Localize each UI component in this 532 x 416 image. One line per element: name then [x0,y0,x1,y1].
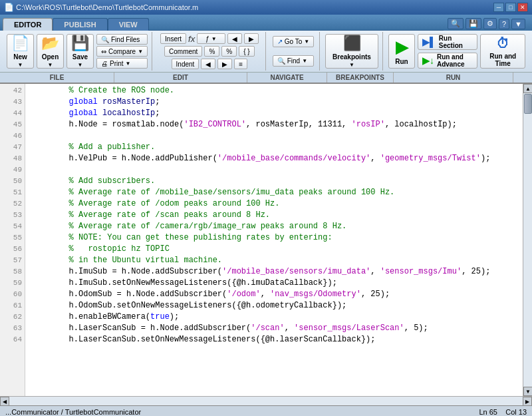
code-container: 42 43 44 45 46 47 48 49 50 51 52 53 54 5… [0,84,532,396]
open-button[interactable]: 📂 Open ▼ [37,34,64,69]
save-button[interactable]: 💾 Save ▼ [66,34,94,69]
section-label-edit: EDIT [114,73,247,83]
line-numbers: 42 43 44 45 46 47 48 49 50 51 52 53 54 5… [0,84,25,396]
function-arrow: ▼ [211,36,217,42]
scroll-thumb-vertical[interactable] [524,94,532,114]
toolbar-icon-settings[interactable]: ⚙ [483,18,497,29]
open-dropdown-arrow: ▼ [48,62,53,68]
back-button[interactable]: ◀ [227,33,242,44]
code-line-61: h.OdomSub.setOnNewMessageListeners({@h.o… [31,300,517,312]
line-num-62: 62 [3,312,22,323]
section-label-breakpoints: BREAKPOINTS [327,73,394,83]
run-advance-button[interactable]: ▶↓ Run and Advance [418,53,477,69]
run-button[interactable]: ▶ Run [388,34,415,69]
indent-label: Indent [176,61,195,68]
scroll-track-vertical[interactable] [523,93,532,387]
toolbar-area: 📄 New ▼ 📂 Open ▼ 💾 Save ▼ 🔍 Find Files [0,31,532,84]
titlebar: 📄 C:\Work\ROS\Turtlebot\Demo\TurtlebotCo… [0,0,532,15]
find-icon: 🔍 [277,57,285,65]
edit-row-3: Indent ◀ ▶ ≡ [172,59,248,69]
indent-right[interactable]: ▶ [217,59,232,69]
close-button[interactable]: ✕ [517,3,528,12]
code-line-63: h.LaserScanSub = h.Node.addSubscriber('/… [31,323,517,334]
line-num-47: 47 [3,142,22,153]
titlebar-text: C:\Work\ROS\Turtlebot\Demo\TurtlebotComm… [16,3,198,11]
run-advance-icon: ▶↓ [422,55,434,66]
line-num-54: 54 [3,221,22,232]
goto-button[interactable]: ↗ Go To ▼ [273,36,314,47]
run-section-label: Run Section [439,35,473,49]
breakpoints-section: ⬛ Breakpoints ▼ [321,32,383,71]
code-line-60: h.OdomSub = h.Node.addSubscriber('/odom'… [31,289,517,300]
toolbar-icon-search[interactable]: 🔍 [448,18,464,29]
scroll-right-button[interactable]: ▶ [523,397,532,406]
print-button[interactable]: 🖨 Print ▼ [96,58,148,69]
tabbar: EDITOR PUBLISH VIEW 🔍 💾 ⚙ ? ▼ [0,15,532,31]
goto-label: Go To [285,38,303,45]
code-line-51: % Average rate of /mobile_base/sensors/i… [31,187,517,198]
percent-btn1[interactable]: % [204,46,219,57]
percent-btn2[interactable]: % [221,46,237,57]
toolbar-icon-help[interactable]: ? [499,19,509,29]
code-line-58: h.ImuSub = h.Node.addSubscriber('/mobile… [31,266,517,278]
code-line-46 [31,130,517,142]
scroll-track-horizontal[interactable] [9,397,523,405]
breakpoints-icon: ⬛ [343,35,361,52]
code-btn1[interactable]: { } [239,46,254,57]
find-files-button[interactable]: 🔍 Find Files [96,34,148,45]
breakpoints-arrow: ▼ [349,62,354,68]
run-time-button[interactable]: ⏱ Run and Time [480,34,525,69]
run-section-icon: ▶▌ [422,37,436,47]
forward-button[interactable]: ▶ [244,33,259,44]
scroll-up-button[interactable]: ▲ [523,84,532,93]
maximize-button[interactable]: □ [505,3,516,12]
function-dropdown[interactable]: ƒ ▼ [197,33,225,44]
line-num-45: 45 [3,119,22,130]
comment-button[interactable]: Comment [164,46,202,57]
line-num-59: 59 [3,278,22,289]
format-btn[interactable]: ≡ [234,59,247,69]
tab-view[interactable]: VIEW [108,18,149,31]
line-num-61: 61 [3,300,22,312]
vertical-scrollbar[interactable]: ▲ ▼ [523,84,532,396]
new-icon: 📄 [11,35,29,52]
horizontal-scrollbar-area[interactable]: ◀ ▶ [0,396,532,405]
line-num-46: 46 [3,130,22,142]
run-section-button[interactable]: ▶▌ Run Section [418,34,477,50]
code-line-55: % NOTE: You can get these publishing rat… [31,232,517,244]
section-label-file: FILE [0,73,114,83]
comment-label: Comment [169,48,198,55]
breakpoints-button[interactable]: ⬛ Breakpoints ▼ [325,34,378,69]
insert-label: Insert [165,35,182,43]
goto-arrow: ▼ [304,39,309,45]
titlebar-title: 📄 C:\Work\ROS\Turtlebot\Demo\TurtlebotCo… [4,3,198,12]
statusbar-col: Col 13 [505,408,527,416]
code-line-43: global rosMasterIp; [31,97,517,108]
open-label: Open [42,53,59,61]
indent-left[interactable]: ◀ [201,59,215,69]
indent-button[interactable]: Indent [172,59,200,69]
titlebar-controls: ─ □ ✕ [493,3,528,12]
line-num-42: 42 [3,85,22,97]
file-section: 📄 New ▼ 📂 Open ▼ 💾 Save ▼ 🔍 Find Files [3,32,152,71]
new-label: New [13,53,27,61]
code-lines[interactable]: % Create the ROS node. global rosMasterI… [25,84,523,396]
tab-publish[interactable]: PUBLISH [53,18,107,31]
line-num-63: 63 [3,323,22,334]
code-line-47: % Add a publisher. [31,142,517,153]
toolbar-icon-save-all[interactable]: 💾 [466,18,481,29]
toolbar-icon-expand[interactable]: ▼ [511,19,525,29]
code-line-44: global localhostIp; [31,108,517,119]
code-line-50: % Add subscribers. [31,176,517,187]
scroll-down-button[interactable]: ▼ [523,387,532,396]
code-line-56: % rostopic hz TOPIC [31,244,517,255]
find-button[interactable]: 🔍 Find ▼ [273,55,314,67]
compare-button[interactable]: ⇔ Compare ▼ [96,46,148,57]
new-button[interactable]: 📄 New ▼ [7,34,34,69]
tab-editor[interactable]: EDITOR [3,18,53,31]
minimize-button[interactable]: ─ [493,3,504,12]
section-label-run: RUN [394,73,513,83]
find-files-icon: 🔍 [101,36,109,43]
scroll-left-button[interactable]: ◀ [0,397,9,406]
insert-button[interactable]: Insert [160,33,186,44]
